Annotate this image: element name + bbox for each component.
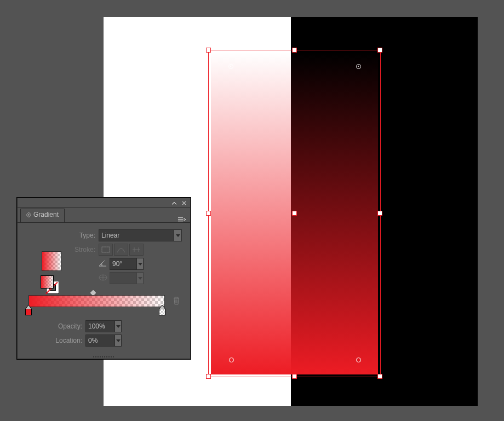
svg-marker-1 [172,202,176,204]
opacity-label: Opacity: [46,322,85,330]
angle-input[interactable] [110,258,144,270]
panel-titlebar[interactable] [18,198,190,208]
svg-marker-25 [159,305,165,309]
svg-marker-26 [116,325,121,328]
panel-tab-bar: Gradient [18,208,190,222]
chevron-down-icon[interactable] [174,230,181,241]
svg-marker-12 [176,234,180,237]
svg-marker-22 [138,277,142,280]
gradient-stop-end[interactable] [159,305,165,315]
gradient-swatch[interactable] [42,251,61,271]
aspect-ratio-icon [99,274,107,282]
opacity-input[interactable] [85,320,122,332]
location-value[interactable] [86,336,114,345]
gradient-tab-icon [26,211,31,219]
panel-resize-grip[interactable] [18,354,190,359]
type-select[interactable] [99,229,182,241]
svg-rect-14 [102,247,110,252]
chevron-down-icon[interactable] [136,258,143,269]
angle-value[interactable] [110,259,136,269]
svg-rect-13 [102,247,110,252]
tab-gradient[interactable]: Gradient [20,209,65,223]
stroke-align-along-button [114,244,128,256]
svg-marker-18 [138,263,142,266]
chevron-down-icon[interactable] [114,321,121,332]
svg-rect-7 [178,219,183,220]
aspect-ratio-input [110,272,144,284]
opacity-value[interactable] [86,321,114,331]
svg-rect-6 [178,217,183,218]
stroke-align-across-button [129,244,144,256]
stroke-label: Stroke: [59,246,99,253]
close-icon[interactable] [181,200,187,206]
location-input[interactable] [85,335,122,347]
angle-icon [99,259,107,269]
svg-marker-24 [25,305,32,309]
svg-rect-8 [178,221,183,221]
aspect-ratio-value [110,273,136,283]
collapse-icon[interactable] [171,200,177,206]
panel-menu-icon[interactable] [178,217,186,222]
gradient-bar-area [25,295,182,315]
svg-marker-5 [28,214,30,216]
fill-stroke-indicator[interactable] [41,275,59,294]
stroke-align-within-button [99,244,113,256]
type-label: Type: [59,232,99,239]
trash-icon[interactable] [173,296,180,307]
chevron-down-icon [136,273,143,284]
panel-body: Type: Stroke: [18,222,190,354]
svg-marker-9 [184,218,186,221]
svg-marker-27 [116,339,121,342]
location-label: Location: [46,337,85,344]
fill-swatch[interactable] [41,275,54,289]
chevron-down-icon[interactable] [114,335,121,346]
tab-gradient-label: Gradient [33,211,59,218]
gradient-panel[interactable]: Gradient Type: [17,198,191,359]
type-value[interactable] [99,230,174,240]
gradient-stop-start[interactable] [25,305,32,315]
gradient-bar[interactable] [28,295,165,307]
selected-gradient-rectangle[interactable] [211,52,378,374]
